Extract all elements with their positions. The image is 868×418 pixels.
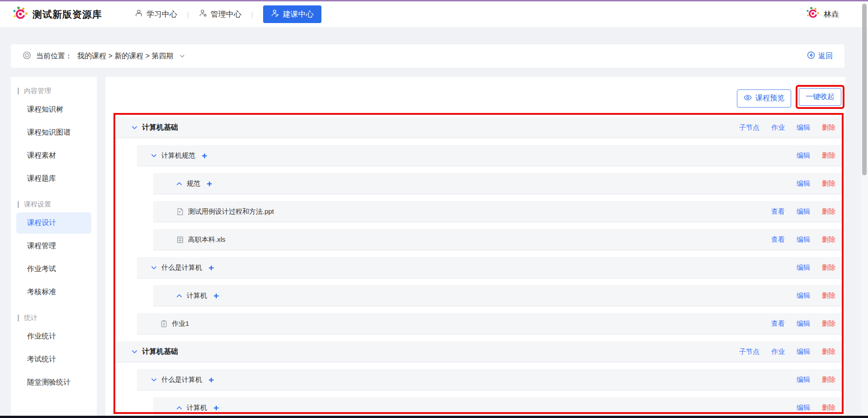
action-edit-link[interactable]: 编辑 <box>797 151 810 160</box>
chevron-up-icon[interactable] <box>176 404 183 411</box>
toolbar: 课程预览 一键收起 <box>105 88 845 108</box>
tree-node-title: 计算机规范 <box>161 151 195 160</box>
sidebar-item-课程知识树[interactable]: 课程知识树 <box>16 99 91 120</box>
action-delete-link[interactable]: 删除 <box>822 291 835 300</box>
add-child-plus-icon[interactable]: + <box>207 179 212 188</box>
back-circle-arrow-icon <box>807 51 815 61</box>
action-child-node-link[interactable]: 子节点 <box>739 348 760 356</box>
action-delete-link[interactable]: 删除 <box>822 404 835 412</box>
action-view-link[interactable]: 查看 <box>771 207 785 216</box>
course-preview-button[interactable]: 课程预览 <box>737 89 791 108</box>
tree-row-section: 计算机基础子节点作业编辑删除 <box>116 117 842 138</box>
user-menu[interactable]: 林垚 <box>806 6 839 22</box>
collapse-all-annotation-box: 一键收起 <box>796 85 844 109</box>
add-child-plus-icon[interactable]: + <box>213 403 219 413</box>
tree-row-lead: 高职本科.xls <box>153 235 226 244</box>
row-actions: 查看编辑删除 <box>760 235 835 244</box>
sidebar-item-考试统计[interactable]: 考试统计 <box>16 349 91 370</box>
action-delete-link[interactable]: 删除 <box>822 123 835 132</box>
sidebar-item-课程素材[interactable]: 课程素材 <box>16 145 91 166</box>
breadcrumb-path[interactable]: 我的课程 > 新的课程 > 第四期 <box>77 52 173 61</box>
sidebar-item-课程题库[interactable]: 课程题库 <box>16 168 91 189</box>
add-child-plus-icon[interactable]: + <box>202 151 207 160</box>
action-edit-link[interactable]: 编辑 <box>797 348 810 356</box>
tree-node-title[interactable]: 作业1 <box>172 319 189 328</box>
add-child-plus-icon[interactable]: + <box>213 291 219 301</box>
action-delete-link[interactable]: 删除 <box>822 235 835 244</box>
action-view-link[interactable]: 查看 <box>771 319 785 328</box>
collapse-all-label: 一键收起 <box>806 92 835 102</box>
action-homework-link[interactable]: 作业 <box>771 348 785 356</box>
sidebar-item-考核标准[interactable]: 考核标准 <box>16 282 91 303</box>
tree-row-section: 计算机基础子节点作业编辑删除 <box>116 341 842 362</box>
action-edit-link[interactable]: 编辑 <box>797 263 810 272</box>
course-preview-label: 课程预览 <box>755 94 784 103</box>
tree-row-file: P测试用例设计过程和方法.ppt查看编辑删除 <box>153 201 842 222</box>
action-edit-link[interactable]: 编辑 <box>797 179 810 188</box>
action-delete-link[interactable]: 删除 <box>822 348 835 356</box>
add-child-plus-icon[interactable]: + <box>208 263 214 272</box>
action-edit-link[interactable]: 编辑 <box>797 319 810 328</box>
nav-item-label: 学习中心 <box>146 9 177 19</box>
scrollbar-thumb[interactable] <box>862 4 867 175</box>
chevron-down-icon[interactable] <box>179 53 185 59</box>
action-delete-link[interactable]: 删除 <box>822 319 835 328</box>
sidebar-item-课程设计[interactable]: 课程设计 <box>16 212 91 234</box>
admin-person-gear-icon <box>199 9 207 19</box>
tree-node-title[interactable]: 测试用例设计过程和方法.ppt <box>188 207 274 216</box>
action-child-node-link[interactable]: 子节点 <box>739 123 760 132</box>
nav-item-label: 管理中心 <box>211 9 241 19</box>
window-bottom-edge <box>0 416 868 418</box>
action-edit-link[interactable]: 编辑 <box>797 404 810 412</box>
tree-row-section: 规范+编辑删除 <box>153 173 842 194</box>
collapse-all-button[interactable]: 一键收起 <box>799 88 841 106</box>
back-button[interactable]: 返回 <box>807 51 833 61</box>
row-actions: 编辑删除 <box>785 291 835 300</box>
action-edit-link[interactable]: 编辑 <box>797 291 810 300</box>
chevron-down-icon[interactable] <box>151 152 157 159</box>
action-view-link[interactable]: 查看 <box>771 235 785 244</box>
tree-row-lead: 计算机基础 <box>116 347 178 357</box>
tree-node-title[interactable]: 高职本科.xls <box>188 235 226 244</box>
tree-node-title: 计算机基础 <box>142 123 178 132</box>
brand[interactable]: 测试新版资源库 <box>13 6 102 23</box>
nav-item-learning-center[interactable]: 学习中心 <box>135 9 177 19</box>
chevron-up-icon[interactable] <box>176 292 183 299</box>
chevron-down-icon[interactable] <box>131 348 138 355</box>
main-panel: 课程预览 一键收起 计算机基础子节点作业编辑删除计算机规范+编辑删除规范+编辑删… <box>105 77 845 418</box>
action-delete-link[interactable]: 删除 <box>822 263 835 272</box>
action-homework-link[interactable]: 作业 <box>771 123 785 132</box>
sidebar-item-随堂测验统计[interactable]: 随堂测验统计 <box>16 372 91 393</box>
action-delete-link[interactable]: 删除 <box>822 179 835 188</box>
chevron-down-icon[interactable] <box>151 376 157 383</box>
nav-item-course-builder-button[interactable]: 建课中心 <box>263 5 321 23</box>
action-edit-link[interactable]: 编辑 <box>797 123 810 132</box>
sidebar-item-课程管理[interactable]: 课程管理 <box>16 235 91 257</box>
sidebar-section: 统计作业统计考试统计随堂测验统计 <box>11 314 97 393</box>
tree-row-section: 计算机+编辑删除 <box>153 397 842 418</box>
nav-item-admin-center[interactable]: 管理中心 <box>199 9 241 19</box>
action-edit-link[interactable]: 编辑 <box>797 235 810 244</box>
sidebar-item-作业统计[interactable]: 作业统计 <box>16 326 91 347</box>
action-delete-link[interactable]: 删除 <box>822 207 835 216</box>
add-child-plus-icon[interactable]: + <box>208 375 214 385</box>
user-name: 林垚 <box>824 9 839 19</box>
action-edit-link[interactable]: 编辑 <box>797 376 810 384</box>
nav-separator: | <box>251 10 253 18</box>
chevron-down-icon[interactable] <box>131 124 138 131</box>
chevron-down-icon[interactable] <box>151 264 157 271</box>
xls-file-icon <box>176 236 184 244</box>
action-delete-link[interactable]: 删除 <box>822 376 835 384</box>
sidebar-item-作业考试[interactable]: 作业考试 <box>16 258 91 280</box>
eye-icon <box>744 94 752 103</box>
tree-row-lead: 计算机+ <box>153 403 219 413</box>
tree-row-lead: P测试用例设计过程和方法.ppt <box>153 207 274 216</box>
course-builder-person-icon <box>271 9 279 19</box>
tree-node-title: 计算机 <box>187 291 207 300</box>
action-edit-link[interactable]: 编辑 <box>797 207 810 216</box>
page-scrollbar[interactable] <box>861 1 868 418</box>
tree-row-lead: 什么是计算机+ <box>137 375 214 385</box>
chevron-up-icon[interactable] <box>176 180 183 187</box>
action-delete-link[interactable]: 删除 <box>822 151 835 160</box>
sidebar-item-课程知识图谱[interactable]: 课程知识图谱 <box>16 122 91 143</box>
